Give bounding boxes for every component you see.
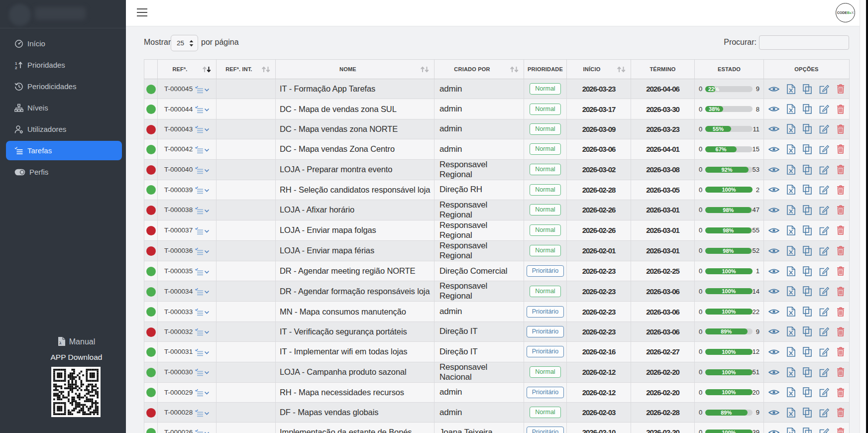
svg-text:2: 2 (15, 65, 17, 70)
